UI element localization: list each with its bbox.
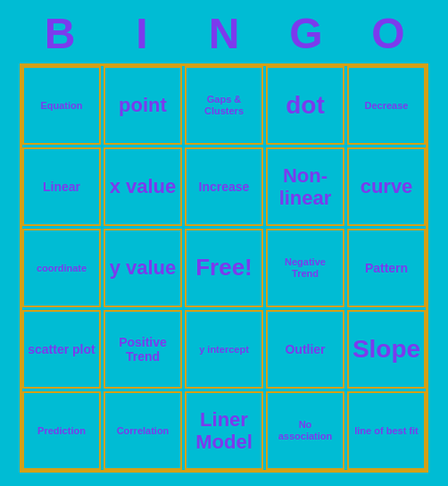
cell-text: Gaps & Clusters [190,94,258,116]
cell-text: Slope [353,335,420,364]
cell-text: point [119,94,167,116]
bingo-cell[interactable]: Equation [22,66,101,145]
bingo-cell[interactable]: Decrease [347,66,426,145]
cell-text: dot [286,91,325,120]
bingo-cell[interactable]: x value [104,147,182,226]
cell-text: scatter plot [28,342,95,356]
bingo-cell[interactable]: point [104,66,182,145]
cell-text: Non-linear [271,164,339,210]
cell-text: Increase [199,180,250,194]
bingo-cell[interactable]: Negative Trend [266,229,344,307]
bingo-cell[interactable]: Increase [185,147,263,226]
bingo-letter: N [185,9,263,58]
bingo-cell[interactable]: Liner Model [185,391,263,470]
bingo-cell[interactable]: dot [266,66,344,145]
bingo-cell[interactable]: line of best fit [347,391,426,470]
bingo-cell[interactable]: Prediction [22,391,101,470]
bingo-cell[interactable]: Gaps & Clusters [185,66,263,145]
cell-text: line of best fit [354,425,419,437]
cell-text: No association [271,419,339,441]
cell-text: Linear [43,180,80,194]
bingo-cell[interactable]: Non-linear [266,147,344,226]
bingo-cell[interactable]: y intercept [185,310,263,389]
bingo-cell[interactable]: y value [104,229,182,307]
bingo-letter: I [103,9,181,58]
bingo-cell[interactable]: Linear [22,147,101,226]
bingo-letter: O [349,9,427,58]
cell-text: y value [110,256,177,279]
bingo-cell[interactable]: Positive Trend [104,310,182,389]
bingo-letter: B [21,9,99,58]
bingo-grid: EquationpointGaps & ClustersdotDecreaseL… [20,63,428,473]
cell-text: Prediction [37,425,86,437]
cell-text: curve [361,175,413,197]
cell-text: Free! [195,255,253,281]
cell-text: Liner Model [190,408,258,454]
bingo-cell[interactable]: No association [266,391,344,470]
cell-text: Negative Trend [271,256,339,279]
bingo-header: BINGO [19,0,429,63]
bingo-cell[interactable]: Slope [347,310,426,389]
cell-text: coordinate [37,263,87,274]
cell-text: y intercept [199,344,249,356]
cell-text: Outlier [285,342,325,356]
bingo-letter: G [267,9,345,58]
bingo-cell[interactable]: Correlation [104,391,182,470]
bingo-cell[interactable]: scatter plot [22,310,101,389]
cell-text: Decrease [365,100,409,112]
bingo-cell[interactable]: Free! [185,229,263,307]
cell-text: Pattern [365,261,408,275]
cell-text: Equation [40,100,82,112]
bingo-cell[interactable]: curve [347,147,426,226]
cell-text: Correlation [117,425,170,437]
cell-text: Positive Trend [109,335,177,364]
bingo-cell[interactable]: Pattern [347,229,426,307]
cell-text: x value [110,175,177,197]
bingo-cell[interactable]: Outlier [266,310,344,389]
bingo-cell[interactable]: coordinate [22,229,101,307]
